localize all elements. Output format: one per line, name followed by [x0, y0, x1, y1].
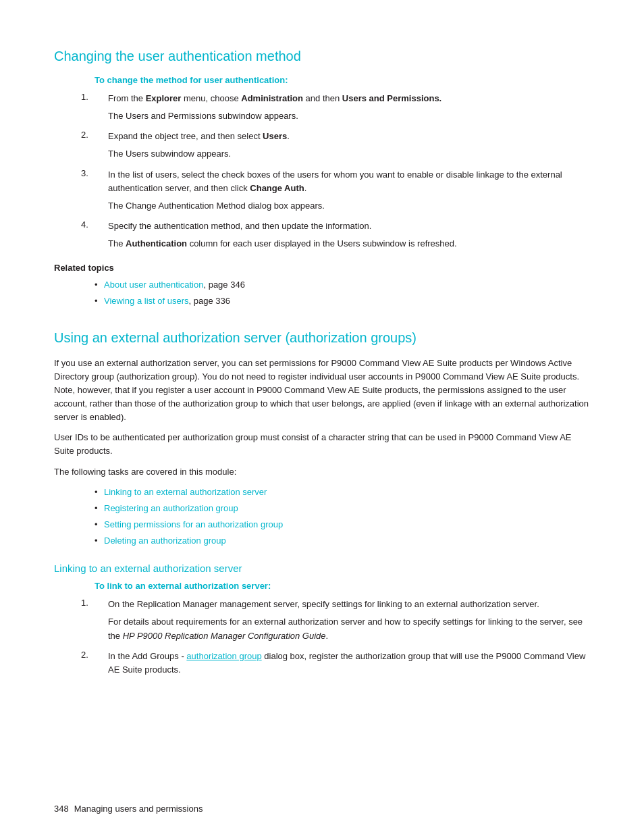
step-2-text: Expand the object tree, and then select … — [108, 130, 590, 143]
task-1: Linking to an external authorization ser… — [95, 486, 590, 499]
sub-step-2: 2. In the Add Groups - authorization gro… — [95, 650, 590, 677]
footer: 348 Managing users and permissions — [54, 804, 203, 814]
section1-title: Changing the user authentication method — [54, 49, 590, 64]
step-4-bold-auth: Authentication — [126, 238, 187, 249]
step-1-num: 1. — [81, 92, 88, 102]
steps-list-1: 1. From the Explorer menu, choose Admini… — [95, 92, 590, 251]
step-2-sub: The Users subwindow appears. — [108, 147, 590, 161]
related-topic-2-page: , page 336 — [189, 296, 230, 306]
page-container: Changing the user authentication method … — [0, 0, 644, 834]
step-1-sub: The Users and Permissions subwindow appe… — [108, 109, 590, 123]
sub-step-1-sub: For details about requirements for an ex… — [108, 615, 590, 642]
step-1: 1. From the Explorer menu, choose Admini… — [95, 92, 590, 123]
procedure-label-1: To change the method for user authentica… — [54, 75, 590, 85]
step-2: 2. Expand the object tree, and then sele… — [95, 130, 590, 161]
sub-step-2-num: 2. — [81, 650, 88, 660]
section2-body1: If you use an external authorization ser… — [54, 357, 590, 425]
related-topic-2-link[interactable]: Viewing a list of users — [104, 296, 189, 306]
section2-title: Using an external authorization server (… — [54, 330, 590, 346]
section2-body3: The following tasks are covered in this … — [54, 465, 590, 479]
step-4-num: 4. — [81, 219, 88, 230]
sub-step-1-text: On the Replication Manager management se… — [108, 598, 590, 611]
steps-list-2: 1. On the Replication Manager management… — [95, 598, 590, 677]
step-3-num: 3. — [81, 168, 88, 178]
step-1-bold-users-perms: Users and Permissions. — [342, 93, 441, 103]
related-topic-1-page: , page 346 — [203, 280, 244, 290]
related-topics-label: Related topics — [54, 263, 590, 273]
step-3-bold-changeauth: Change Auth — [250, 183, 304, 193]
step-1-bold-admin: Administration — [241, 93, 303, 103]
procedure-label-2: To link to an external authorization ser… — [54, 581, 590, 591]
task-4-link[interactable]: Deleting an authorization group — [104, 536, 226, 546]
sub-step-1: 1. On the Replication Manager management… — [95, 598, 590, 642]
task-3: Setting permissions for an authorization… — [95, 518, 590, 531]
task-3-link[interactable]: Setting permissions for an authorization… — [104, 519, 283, 529]
step-4-text: Specify the authentication method, and t… — [108, 219, 590, 233]
step-3-text: In the list of users, select the check b… — [108, 168, 590, 195]
tasks-list: Linking to an external authorization ser… — [95, 486, 590, 548]
related-topic-1-link[interactable]: About user authentication — [104, 280, 203, 290]
footer-text: Managing users and permissions — [74, 804, 203, 814]
related-topic-1: About user authentication, page 346 — [95, 278, 590, 292]
sub-step-2-link: authorization group — [186, 651, 261, 661]
sub-step-2-text: In the Add Groups - authorization group … — [108, 650, 590, 677]
sub-step-1-italic: HP P9000 Replication Manager Configurati… — [123, 631, 326, 641]
step-4: 4. Specify the authentication method, an… — [95, 219, 590, 251]
task-1-link[interactable]: Linking to an external authorization ser… — [104, 487, 267, 497]
step-2-bold-users: Users — [263, 131, 287, 141]
task-2: Registering an authorization group — [95, 502, 590, 515]
task-2-link[interactable]: Registering an authorization group — [104, 503, 238, 513]
subsection-title: Linking to an external authorization ser… — [54, 563, 590, 574]
step-3-sub: The Change Authentication Method dialog … — [108, 199, 590, 213]
step-1-text: From the Explorer menu, choose Administr… — [108, 92, 590, 105]
step-4-sub: The Authentication column for each user … — [108, 237, 590, 251]
related-topic-2: Viewing a list of users, page 336 — [95, 294, 590, 308]
related-topics-list: About user authentication, page 346 View… — [95, 278, 590, 308]
step-1-bold-explorer: Explorer — [146, 93, 182, 103]
section2-body2: User IDs to be authenticated per authori… — [54, 431, 590, 458]
task-4: Deleting an authorization group — [95, 534, 590, 548]
step-2-num: 2. — [81, 130, 88, 140]
sub-step-1-num: 1. — [81, 598, 88, 608]
footer-page-num: 348 — [54, 804, 69, 814]
step-3: 3. In the list of users, select the chec… — [95, 168, 590, 213]
